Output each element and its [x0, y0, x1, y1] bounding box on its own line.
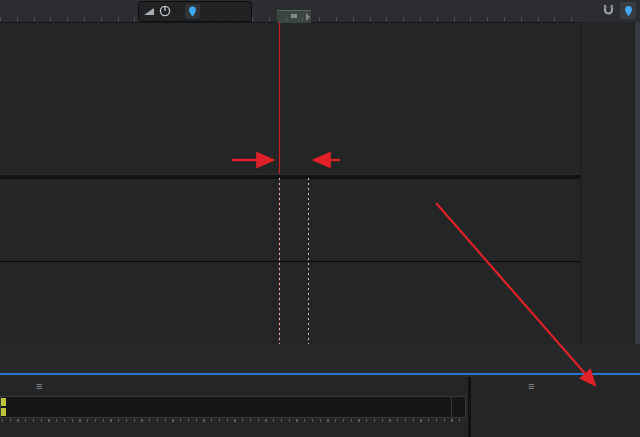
selection-chevron-icon — [306, 13, 310, 21]
waveform-right-channel[interactable] — [0, 92, 580, 174]
level-meter — [0, 396, 466, 418]
spectrogram-right-channel[interactable] — [0, 262, 580, 344]
snap-magnet-button[interactable] — [600, 2, 616, 19]
pin-icon — [188, 6, 197, 17]
knob-icon[interactable] — [159, 3, 171, 21]
vertical-scrollbar[interactable] — [634, 22, 640, 344]
volume-hud[interactable] — [138, 1, 252, 22]
selection-view-panel: ≡ — [471, 377, 640, 437]
audition-window: ≡ ≡ — [0, 0, 640, 437]
hamburger-menu-icon[interactable]: ≡ — [36, 380, 42, 392]
level-meter-bar-right — [1, 408, 6, 416]
ruler-pin-button[interactable] — [620, 2, 636, 19]
volume-fader-icon — [143, 3, 155, 21]
waveform-left-channel[interactable] — [0, 22, 580, 92]
magnet-icon — [602, 4, 615, 17]
selection-flag-icon — [291, 14, 297, 18]
level-meter-bar-left — [1, 398, 6, 406]
playhead-marker[interactable] — [275, 9, 285, 20]
levels-panel: ≡ — [0, 377, 468, 437]
pin-icon — [624, 5, 633, 17]
timeline-ruler[interactable] — [0, 0, 640, 23]
db-scale — [0, 418, 468, 436]
focus-highlight-line — [0, 373, 640, 375]
spectrogram-left-channel[interactable] — [0, 178, 580, 261]
amplitude-frequency-scale-column — [580, 22, 635, 344]
hamburger-menu-icon[interactable]: ≡ — [528, 380, 534, 392]
hud-pin-button[interactable] — [185, 4, 200, 19]
meter-divider — [451, 397, 452, 417]
transport-bar — [0, 344, 640, 377]
